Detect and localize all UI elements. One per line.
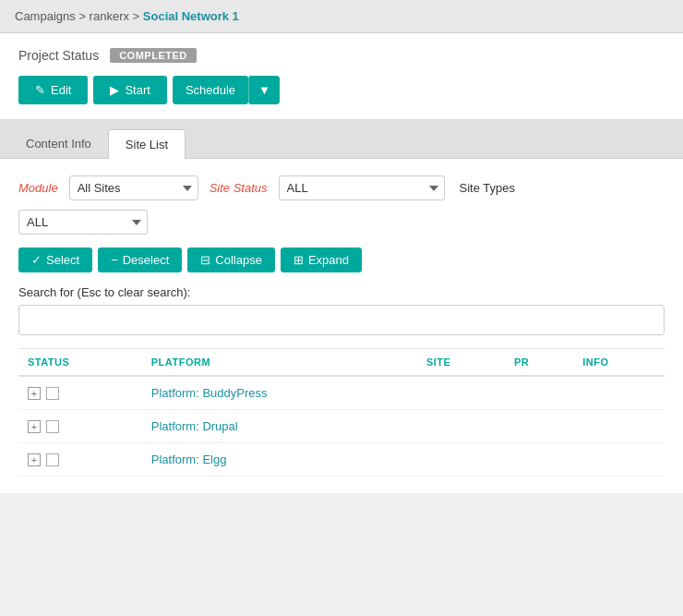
breadcrumb-current: Social Network 1 bbox=[143, 9, 239, 23]
row-checkbox[interactable] bbox=[46, 453, 59, 466]
row-site bbox=[417, 410, 505, 443]
minus-icon: − bbox=[111, 253, 118, 267]
row-expand-icon[interactable]: + bbox=[28, 420, 41, 433]
row-info bbox=[573, 410, 665, 443]
project-status-row: Project Status COMPLETED bbox=[18, 48, 665, 63]
row-site bbox=[417, 376, 505, 410]
breadcrumb-sep1: > bbox=[78, 9, 86, 23]
expand-button[interactable]: ⊞ Expand bbox=[281, 248, 362, 272]
col-status: STATUS bbox=[18, 349, 142, 377]
table-header-row: STATUS PLATFORM SITE PR INFO bbox=[18, 349, 665, 377]
breadcrumb-sep2: > bbox=[133, 9, 140, 23]
row-expand-icon[interactable]: + bbox=[28, 453, 41, 466]
row-info bbox=[573, 376, 665, 410]
project-status-label: Project Status bbox=[18, 48, 99, 63]
edit-label: Edit bbox=[51, 83, 71, 97]
row-platform: Platform: BuddyPress bbox=[142, 376, 417, 410]
row-status: + bbox=[18, 376, 142, 410]
tabs: Content Info Site List bbox=[0, 120, 683, 158]
chevron-down-icon: ▼ bbox=[258, 83, 270, 97]
row-platform: Platform: Drupal bbox=[142, 410, 417, 443]
filter-row-2: ALL bbox=[18, 210, 665, 235]
module-label: Module bbox=[18, 181, 58, 195]
row-status: + bbox=[18, 410, 142, 443]
table-row: + Platform: BuddyPress bbox=[18, 376, 665, 410]
row-checkbox[interactable] bbox=[46, 387, 59, 400]
row-status: + bbox=[18, 443, 142, 477]
breadcrumb-campaigns[interactable]: Campaigns bbox=[15, 9, 76, 23]
edit-icon bbox=[35, 83, 45, 97]
site-status-label: Site Status bbox=[210, 181, 268, 195]
action-buttons: Edit Start Schedule ▼ bbox=[18, 76, 665, 110]
check-icon: ✓ bbox=[31, 253, 42, 267]
collapse-button[interactable]: ⊟ Collapse bbox=[187, 248, 275, 272]
site-table: STATUS PLATFORM SITE PR INFO + Platform:… bbox=[18, 348, 665, 477]
expand-label: Expand bbox=[308, 253, 349, 267]
select-button[interactable]: ✓ Select bbox=[18, 248, 92, 272]
tab-content-info[interactable]: Content Info bbox=[9, 129, 108, 158]
play-icon bbox=[110, 83, 119, 97]
select-label: Select bbox=[46, 253, 79, 267]
table-row: + Platform: Elgg bbox=[18, 443, 665, 477]
row-pr bbox=[505, 376, 573, 410]
col-site: SITE bbox=[417, 349, 505, 377]
search-label: Search for (Esc to clear search): bbox=[18, 285, 665, 299]
start-button[interactable]: Start bbox=[93, 76, 166, 104]
project-status-bar: Project Status COMPLETED Edit Start Sche… bbox=[0, 33, 683, 120]
site-status-select[interactable]: ALL bbox=[279, 175, 445, 200]
edit-button[interactable]: Edit bbox=[18, 76, 88, 104]
breadcrumb: Campaigns > rankerx > Social Network 1 bbox=[0, 0, 683, 33]
expand-icon: ⊞ bbox=[294, 253, 304, 267]
row-pr bbox=[505, 410, 573, 443]
row-pr bbox=[505, 443, 573, 477]
schedule-label: Schedule bbox=[186, 83, 235, 97]
row-expand-icon[interactable]: + bbox=[28, 387, 41, 400]
row-info bbox=[573, 443, 665, 477]
status-badge: COMPLETED bbox=[110, 48, 197, 63]
site-types-select[interactable]: ALL bbox=[18, 210, 148, 235]
schedule-button[interactable]: Schedule bbox=[173, 76, 248, 104]
tabs-section: Content Info Site List bbox=[0, 120, 683, 159]
schedule-button-group: Schedule ▼ bbox=[173, 76, 280, 104]
deselect-label: Deselect bbox=[123, 253, 170, 267]
module-select[interactable]: All Sites bbox=[69, 175, 198, 200]
col-platform: PLATFORM bbox=[142, 349, 417, 377]
action-row: ✓ Select − Deselect ⊟ Collapse ⊞ Expand bbox=[18, 248, 665, 272]
search-section: Search for (Esc to clear search): bbox=[18, 285, 665, 335]
schedule-dropdown-button[interactable]: ▼ bbox=[248, 76, 280, 104]
search-input[interactable] bbox=[18, 305, 665, 335]
col-info: INFO bbox=[573, 349, 665, 377]
site-types-label: Site Types bbox=[460, 181, 515, 195]
compress-icon: ⊟ bbox=[200, 253, 210, 267]
start-label: Start bbox=[125, 83, 150, 97]
row-site bbox=[417, 443, 505, 477]
tab-site-list[interactable]: Site List bbox=[108, 129, 186, 159]
row-checkbox[interactable] bbox=[46, 420, 59, 433]
collapse-label: Collapse bbox=[215, 253, 262, 267]
deselect-button[interactable]: − Deselect bbox=[98, 248, 182, 272]
row-platform: Platform: Elgg bbox=[142, 443, 417, 477]
filter-row-1: Module All Sites Site Status ALL Site Ty… bbox=[18, 175, 665, 200]
main-content: Module All Sites Site Status ALL Site Ty… bbox=[0, 159, 683, 493]
table-row: + Platform: Drupal bbox=[18, 410, 665, 443]
col-pr: PR bbox=[505, 349, 573, 377]
breadcrumb-rankerx[interactable]: rankerx bbox=[90, 9, 129, 23]
